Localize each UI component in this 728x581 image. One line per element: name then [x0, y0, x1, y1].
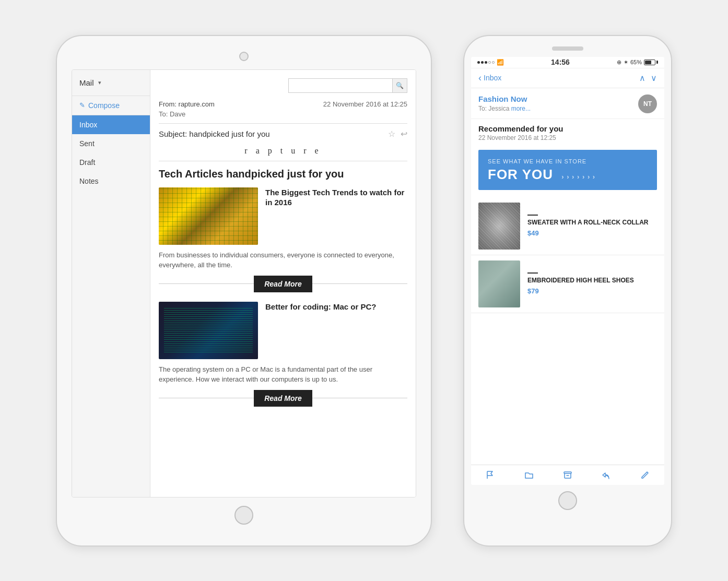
- product-info-1: SWEATER WITH A ROLL-NECK COLLAR $49: [527, 215, 649, 237]
- pcb-image: [159, 187, 258, 245]
- phone-device: 📶 14:56 ⊕ ✶ 65% ‹ Inbox: [463, 35, 672, 547]
- phone-rec-title: Recommended for you: [478, 124, 657, 133]
- laptop-image: [159, 302, 258, 359]
- phone-banner: SEE WHAT WE HAVE IN STORE FOR YOU › › › …: [478, 150, 657, 190]
- next-email-button[interactable]: ∨: [651, 73, 657, 83]
- tablet-camera: [239, 52, 249, 61]
- read-more-row-2: Read More: [159, 390, 407, 407]
- status-time: 14:56: [551, 58, 570, 66]
- banner-arrows: › › › › › › ›: [561, 173, 595, 181]
- bluetooth-icon: ✶: [624, 59, 628, 66]
- product-name-2: EMBROIDERED HIGH HEEL SHOES: [527, 277, 634, 285]
- compose-icon: ✎: [79, 101, 85, 109]
- sidebar-title: Mail: [79, 78, 94, 87]
- signal-dot-5: [492, 61, 495, 64]
- phone-sender-info: Fashion Now To: Jessica more...: [478, 94, 531, 112]
- mail-subject-row: Subject: handpicked just for you ☆ ↩: [159, 129, 407, 139]
- product-info-2: EMBROIDERED HIGH HEEL SHOES $79: [527, 272, 634, 295]
- sidebar-item-inbox[interactable]: Inbox: [72, 115, 150, 134]
- sidebar-item-draft[interactable]: Draft: [72, 153, 150, 172]
- read-more-button-1[interactable]: Read More: [254, 276, 312, 292]
- archive-button[interactable]: [563, 470, 572, 480]
- read-more-line-right-2: [312, 398, 407, 398]
- back-button[interactable]: ‹ Inbox: [478, 73, 501, 84]
- read-more-row-1: Read More: [159, 276, 407, 292]
- folder-button[interactable]: [524, 470, 534, 480]
- article-desc-1: From businesses to individual consumers,…: [159, 250, 407, 270]
- phone-sender-to: To: Jessica more...: [478, 105, 531, 112]
- banner-subtitle: SEE WHAT WE HAVE IN STORE: [488, 158, 648, 164]
- compose-button-phone[interactable]: [640, 470, 650, 480]
- prev-email-button[interactable]: ∧: [639, 73, 645, 83]
- product-dash-2: [527, 272, 538, 274]
- battery-indicator: [644, 60, 658, 65]
- sidebar-item-label: Draft: [79, 158, 95, 167]
- search-input[interactable]: [288, 78, 393, 93]
- article-desc-2: The operating system on a PC or Mac is a…: [159, 364, 407, 385]
- article-item-2: Better for coding: Mac or PC? The operat…: [159, 302, 407, 407]
- phone-home-button[interactable]: [558, 491, 577, 510]
- product-dash-1: [527, 215, 538, 216]
- sidebar-item-label: Inbox: [79, 121, 97, 129]
- phone-status-bar: 📶 14:56 ⊕ ✶ 65%: [471, 57, 664, 68]
- product-thumbnail-2: [478, 260, 520, 307]
- brand-name: r a p t u r e: [159, 146, 407, 156]
- read-more-button-2[interactable]: Read More: [254, 390, 312, 407]
- reply-icon[interactable]: ↩: [401, 129, 407, 139]
- mail-actions: ☆ ↩: [388, 129, 407, 139]
- mail-to: To: Dave: [159, 110, 407, 118]
- signal-dot-3: [485, 61, 487, 64]
- article-row-2: Better for coding: Mac or PC?: [159, 302, 407, 359]
- article-thumbnail-2: [159, 302, 258, 359]
- article-item-1: The Biggest Tech Trends to watch for in …: [159, 187, 407, 292]
- phone-screen: 📶 14:56 ⊕ ✶ 65% ‹ Inbox: [471, 57, 664, 485]
- battery-body: [644, 60, 655, 65]
- phone-rec-date: 22 November 2016 at 12:25: [478, 134, 657, 141]
- sweater-image: [478, 203, 520, 250]
- avatar: NT: [638, 94, 657, 113]
- compose-button[interactable]: ✎ Compose: [72, 96, 150, 115]
- flag-button[interactable]: [486, 470, 495, 480]
- article-title-1: The Biggest Tech Trends to watch for in …: [265, 187, 407, 245]
- mail-meta: From: rapture.com 22 November 2016 at 12…: [159, 100, 407, 108]
- phone-email-body: Fashion Now To: Jessica more... NT Recom…: [471, 88, 664, 465]
- compose-label: Compose: [88, 101, 120, 110]
- phone-recommended: Recommended for you 22 November 2016 at …: [471, 119, 664, 150]
- signal-dot-2: [481, 61, 484, 64]
- sidebar-item-notes[interactable]: Notes: [72, 172, 150, 191]
- read-more-line-left-2: [159, 398, 254, 398]
- article-thumbnail-1: [159, 187, 258, 245]
- battery-percent: 65%: [630, 59, 642, 65]
- phone-sender-name: Fashion Now: [478, 94, 531, 103]
- star-icon[interactable]: ☆: [388, 129, 395, 139]
- signal-dot-1: [477, 61, 480, 64]
- product-name-1: SWEATER WITH A ROLL-NECK COLLAR: [527, 219, 649, 227]
- battery-tip: [656, 61, 658, 64]
- phone-speaker: [552, 46, 583, 51]
- tablet-home-button[interactable]: [234, 506, 253, 525]
- more-link[interactable]: more...: [511, 105, 531, 112]
- phone-sender-row: Fashion Now To: Jessica more... NT: [471, 88, 664, 119]
- signal-dot-4: [488, 61, 491, 64]
- tablet-device: Mail ▾ ✎ Compose Inbox Sent Draft Notes: [56, 35, 432, 547]
- sidebar: Mail ▾ ✎ Compose Inbox Sent Draft Notes: [72, 70, 150, 497]
- search-button[interactable]: 🔍: [393, 78, 407, 93]
- svg-rect-0: [564, 472, 571, 473]
- back-arrow-icon: ‹: [478, 73, 482, 84]
- status-left: 📶: [477, 59, 504, 66]
- sidebar-item-label: Notes: [79, 177, 99, 185]
- sidebar-item-sent[interactable]: Sent: [72, 134, 150, 153]
- mail-content: 🔍 From: rapture.com 22 November 2016 at …: [150, 70, 416, 497]
- article-section-title: Tech Articles handpicked just for you: [159, 168, 407, 180]
- chevron-down-icon: ▾: [98, 79, 101, 86]
- mail-from: From: rapture.com: [159, 100, 215, 108]
- status-right: ⊕ ✶ 65%: [617, 59, 658, 66]
- settings-icon: ⊕: [617, 59, 621, 66]
- reply-button[interactable]: [602, 470, 611, 480]
- back-label: Inbox: [484, 74, 501, 82]
- phone-nav-bar: ‹ Inbox ∧ ∨: [471, 68, 664, 88]
- product-price-2: $79: [527, 287, 634, 295]
- product-price-1: $49: [527, 229, 649, 237]
- phone-product-2: EMBROIDERED HIGH HEEL SHOES $79: [471, 255, 664, 313]
- wifi-icon: 📶: [497, 59, 504, 66]
